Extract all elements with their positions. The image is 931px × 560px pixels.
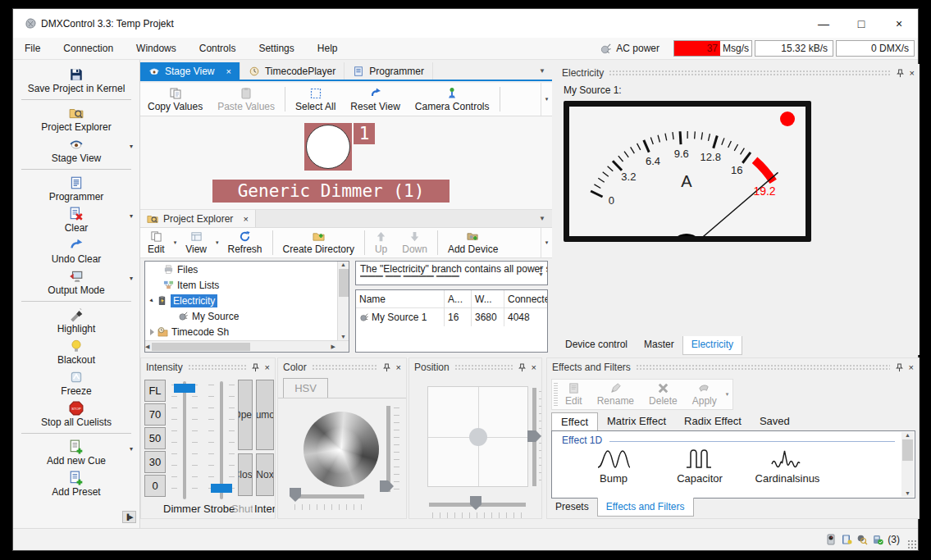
preset-70-button[interactable]: 70 — [144, 403, 166, 426]
preset-30-button[interactable]: 30 — [144, 451, 166, 473]
scrollbar-thumb[interactable] — [902, 439, 913, 461]
up-button[interactable]: Up — [367, 228, 395, 257]
col-connected[interactable]: Connected ... — [504, 290, 547, 307]
intensity-nox-button[interactable]: Nox — [256, 453, 274, 496]
fixture-symbol[interactable] — [304, 123, 352, 171]
saturation-slider-thumb[interactable] — [290, 488, 301, 502]
value-slider[interactable] — [386, 406, 390, 492]
tab-programmer[interactable]: Programmer — [345, 62, 433, 80]
menu-settings[interactable]: Settings — [247, 38, 305, 59]
tab-electricity[interactable]: Electricity — [682, 336, 742, 355]
preset-50-button[interactable]: 50 — [144, 427, 166, 449]
dimmer-slider[interactable] — [183, 381, 186, 499]
clear-button[interactable]: Clear ▾ — [13, 204, 139, 235]
delete-effect-button[interactable]: Delete — [641, 380, 685, 409]
menu-windows[interactable]: Windows — [125, 38, 188, 59]
copy-values-button[interactable]: Copy Values — [140, 83, 210, 116]
menu-controls[interactable]: Controls — [188, 38, 248, 59]
dropdown-arrow-icon[interactable]: ▾ — [130, 143, 133, 150]
effects-scrollbar[interactable]: ▲▼ — [901, 432, 914, 497]
output-mode-button[interactable]: Output Mode ▾ — [13, 266, 139, 298]
dropdown-arrow-icon[interactable]: ▾ — [216, 239, 219, 246]
device-search-icon[interactable] — [856, 534, 868, 545]
save-project-button[interactable]: Save Project in Kernel — [13, 65, 139, 96]
meter-device-icon[interactable] — [825, 534, 837, 545]
pan-tilt-knob[interactable] — [469, 428, 487, 446]
add-new-cue-button[interactable]: Add new Cue ▾ — [13, 437, 139, 468]
stage-view-button[interactable]: Stage View ▾ — [13, 134, 139, 166]
branch-description-box[interactable]: The "Electricity" branch contains all po… — [355, 261, 548, 285]
pin-icon[interactable] — [895, 363, 904, 372]
close-panel-icon[interactable]: × — [910, 68, 915, 78]
tab-hsv[interactable]: HSV — [283, 378, 328, 398]
pin-icon[interactable] — [896, 69, 905, 78]
col-ampere[interactable]: A... — [445, 290, 472, 307]
dropdown-arrow-icon[interactable]: ▾ — [130, 445, 133, 453]
stage-canvas[interactable]: 1 Generic Dimmer (1) — [140, 116, 552, 210]
tab-saved[interactable]: Saved — [751, 412, 799, 430]
tab-presets[interactable]: Presets — [547, 498, 597, 517]
add-device-button[interactable]: Add Device — [440, 228, 505, 257]
tree-vertical-scrollbar[interactable]: ▲▼ — [337, 262, 349, 340]
dimmer-slider-thumb[interactable] — [174, 384, 195, 393]
pan-tilt-pad[interactable] — [427, 386, 528, 487]
close-panel-icon[interactable]: × — [909, 362, 914, 372]
col-watt[interactable]: W... — [472, 290, 504, 307]
dropdown-arrow-icon[interactable]: ▾ — [174, 239, 177, 246]
description-scroll-arrows[interactable]: ▲▼ — [536, 263, 546, 278]
tree-item-electricity[interactable]: ▸ Electricity — [145, 293, 349, 308]
resize-grip[interactable] — [907, 540, 916, 549]
intensity-lumos-button[interactable]: Lumos — [256, 380, 274, 450]
expanded-arrow-icon[interactable]: ▸ — [148, 297, 155, 303]
paste-values-button[interactable]: Paste Values — [210, 83, 282, 116]
effect-cardinalsinus[interactable]: Cardinalsinus — [742, 446, 833, 485]
tree-horizontal-scrollbar[interactable]: ◀▶ — [145, 340, 349, 352]
pin-icon[interactable] — [382, 363, 391, 372]
toolbar-overflow-button[interactable]: ▾ — [541, 83, 552, 116]
color-wheel[interactable] — [303, 412, 379, 487]
dropdown-arrow-icon[interactable]: ▾ — [726, 391, 729, 398]
tab-list-dropdown-icon[interactable]: ▼ — [539, 215, 552, 222]
tab-radix-effect[interactable]: Radix Effect — [675, 412, 751, 430]
close-button[interactable]: × — [880, 9, 918, 38]
freeze-button[interactable]: Freeze — [13, 367, 139, 398]
tab-timecodeplayer[interactable]: TimecodePlayer — [240, 62, 345, 80]
blackout-button[interactable]: Blackout — [13, 336, 139, 367]
menu-file[interactable]: File — [13, 38, 52, 59]
edit-effect-button[interactable]: Edit — [558, 380, 590, 409]
effect-bump[interactable]: Bump — [568, 446, 659, 485]
tab-stage-view[interactable]: Stage View × — [140, 62, 240, 80]
sidebar-expander-button[interactable]: ▐▶ — [122, 511, 136, 523]
tab-project-explorer[interactable]: Project Explorer × — [140, 210, 256, 227]
close-panel-icon[interactable]: × — [265, 362, 270, 372]
edit-button[interactable]: Edit — [140, 228, 172, 257]
programmer-button[interactable]: Programmer — [13, 173, 139, 204]
add-preset-button[interactable]: Add Preset — [13, 468, 139, 499]
camera-controls-button[interactable]: Camera Controls — [408, 83, 497, 116]
shutter-open-button[interactable]: Open — [238, 380, 253, 450]
saturation-slider[interactable] — [293, 494, 364, 499]
device-connected-icon[interactable] — [872, 534, 883, 545]
value-slider-thumb[interactable] — [380, 480, 394, 492]
strobe-slider[interactable] — [220, 381, 223, 499]
tree-item-timecode-shows[interactable]: Timecode Sh — [145, 324, 349, 339]
preset-full-button[interactable]: FL — [144, 380, 166, 402]
tab-device-control[interactable]: Device control — [557, 336, 636, 355]
project-tree[interactable]: Files Item Lists ▸ Electricity My Source — [144, 261, 349, 353]
tab-effects-and-filters[interactable]: Effects and Filters — [597, 498, 694, 517]
stop-all-cuelists-button[interactable]: STOP Stop all Cuelists — [13, 398, 139, 430]
sources-table[interactable]: Name A... W... Connected ... My Source 1… — [355, 289, 548, 353]
scrollbar-thumb[interactable] — [339, 269, 349, 297]
menu-help[interactable]: Help — [306, 38, 349, 59]
minimize-button[interactable]: — — [805, 9, 842, 38]
close-tab-icon[interactable]: × — [243, 214, 248, 224]
select-all-button[interactable]: Select All — [288, 83, 343, 116]
toolbar-overflow-button[interactable]: ▾ — [541, 228, 552, 257]
pin-icon[interactable] — [251, 363, 260, 372]
tab-effect[interactable]: Effect — [551, 412, 598, 430]
undo-clear-button[interactable]: Undo Clear — [13, 235, 139, 266]
tab-list-dropdown-icon[interactable]: ▼ — [539, 67, 552, 75]
dropdown-arrow-icon[interactable]: ▾ — [130, 275, 133, 282]
preset-0-button[interactable]: 0 — [144, 475, 166, 497]
tree-item-item-lists[interactable]: Item Lists — [145, 277, 349, 293]
